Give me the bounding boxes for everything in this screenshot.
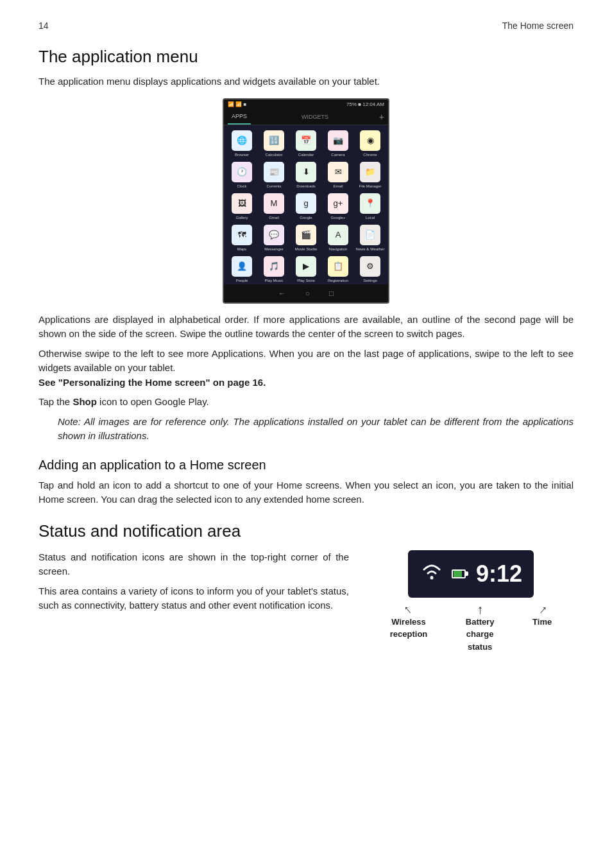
app-label: File Manager xyxy=(359,184,381,189)
app-icon: ✉ xyxy=(328,162,348,182)
app-label: News & Weather xyxy=(356,247,385,252)
app-label: Settings xyxy=(363,278,377,284)
home-button[interactable]: ○ xyxy=(305,288,310,299)
app-label: Downloads xyxy=(296,184,316,189)
app-label: Local xyxy=(366,215,375,221)
status-section: Status and notification icons are shown … xyxy=(38,550,574,654)
personalizing-link[interactable]: See "Personalizing the Home screen" on p… xyxy=(38,377,266,388)
status-text-col: Status and notification icons are shown … xyxy=(38,550,349,654)
app-icon: 🕐 xyxy=(232,162,252,182)
tablet-tabs: APPS WIDGETS + xyxy=(224,110,388,126)
section1-para2: Applications are displayed in alphabetic… xyxy=(38,313,574,342)
status-para2: This area contains a variety of icons to… xyxy=(38,584,349,613)
tab-apps[interactable]: APPS xyxy=(228,110,251,125)
tablet-status-bar: 📶 📶 ■ 75% ■ 12:04 AM xyxy=(224,100,388,110)
app-label: Google+ xyxy=(331,215,346,221)
tablet-app-item[interactable]: 🔢 Calculator xyxy=(259,129,289,159)
tablet-app-item[interactable]: 📄 News & Weather xyxy=(355,223,386,254)
tablet-app-item[interactable]: M Gmail xyxy=(259,192,289,222)
app-icon: 🖼 xyxy=(232,193,252,214)
status-para1: Status and notification icons are shown … xyxy=(38,550,349,579)
tablet-app-item[interactable]: A Navigation xyxy=(323,223,353,254)
tap-shop-para: Tap the Shop icon to open Google Play. xyxy=(38,395,574,410)
tablet-app-item[interactable]: ◉ Chrome xyxy=(355,129,386,159)
app-icon: ◉ xyxy=(360,130,380,151)
app-label: Calendar xyxy=(298,152,314,158)
tablet-app-item[interactable]: 🎬 Movie Studio xyxy=(291,223,321,254)
page-header: 14 The Home screen xyxy=(38,19,574,33)
tablet-app-item[interactable]: 📍 Local xyxy=(355,192,386,222)
app-icon: 📄 xyxy=(360,225,380,245)
app-label: Registration xyxy=(328,278,348,284)
time-label-col: ↑ Time xyxy=(532,603,552,654)
section2-title: Adding an application to a Home screen xyxy=(38,455,574,474)
app-label: Currents xyxy=(266,184,281,189)
tablet-app-item[interactable]: g+ Google+ xyxy=(323,192,353,222)
tablet-screen: 📶 📶 ■ 75% ■ 12:04 AM APPS WIDGETS + 🌐 Br… xyxy=(223,98,389,304)
tablet-app-item[interactable]: 🎵 Play Music xyxy=(259,255,289,284)
app-icon: 💬 xyxy=(264,225,284,245)
page-title: The Home screen xyxy=(502,19,574,33)
tablet-bottom-bar: ← ○ □ xyxy=(224,284,388,302)
app-icon: 📅 xyxy=(296,130,316,151)
app-icon: M xyxy=(264,193,284,214)
tablet-app-item[interactable]: 🕐 Clock xyxy=(226,161,257,191)
battery-icon xyxy=(452,569,468,578)
app-label: Calculator xyxy=(265,152,282,158)
section1-title: The application menu xyxy=(38,44,574,69)
tablet-app-item[interactable]: 📰 Currents xyxy=(259,161,289,191)
app-icon: 🌐 xyxy=(232,130,252,151)
tablet-app-item[interactable]: ⚙ Settings xyxy=(355,255,386,284)
tablet-app-item[interactable]: ⬇ Downloads xyxy=(291,161,321,191)
section3-title: Status and notification area xyxy=(38,519,574,544)
app-icon: 🎵 xyxy=(264,256,284,277)
app-icon: 👤 xyxy=(232,256,252,277)
status-labels-row: ↑ Wirelessreception ↑ Batterychargestatu… xyxy=(368,603,574,654)
wifi-icon xyxy=(420,559,444,589)
recents-button[interactable]: □ xyxy=(329,288,334,299)
svg-point-0 xyxy=(430,576,433,579)
tablet-screenshot-container: 📶 📶 ■ 75% ■ 12:04 AM APPS WIDGETS + 🌐 Br… xyxy=(38,98,574,304)
app-icon: g+ xyxy=(328,193,348,214)
app-label: Play Store xyxy=(297,278,315,284)
app-icon: 🗺 xyxy=(232,225,252,245)
tablet-app-item[interactable]: ✉ Email xyxy=(323,161,353,191)
app-icon: 📰 xyxy=(264,162,284,182)
tab-widgets[interactable]: WIDGETS xyxy=(298,110,332,125)
app-label: Clock xyxy=(237,184,246,189)
tablet-app-item[interactable]: ▶ Play Store xyxy=(291,255,321,284)
tablet-app-item[interactable]: g Google xyxy=(291,192,321,222)
tablet-app-item[interactable]: 👤 People xyxy=(226,255,257,284)
app-icon: 📍 xyxy=(360,193,380,214)
status-bar-image: 9:12 xyxy=(408,550,534,598)
tablet-status-right: 75% ■ 12:04 AM xyxy=(346,101,384,108)
tablet-app-item[interactable]: 🗺 Maps xyxy=(226,223,257,254)
app-label: People xyxy=(236,278,248,284)
app-label: Messenger xyxy=(264,247,284,252)
app-icon: g xyxy=(296,193,316,214)
tablet-apps-grid: 🌐 Browser 🔢 Calculator 📅 Calendar 📷 Came… xyxy=(224,125,388,284)
app-label: Browser xyxy=(235,152,249,158)
section2-para: Tap and hold an icon to add a shortcut t… xyxy=(38,478,574,507)
tablet-app-item[interactable]: 📋 Registration xyxy=(323,255,353,284)
tablet-app-item[interactable]: 📷 Camera xyxy=(323,129,353,159)
app-icon: ⬇ xyxy=(296,162,316,182)
section1-para3: Otherwise swipe to the left to see more … xyxy=(38,347,574,390)
tablet-app-item[interactable]: 📅 Calendar xyxy=(291,129,321,159)
app-label: Email xyxy=(333,184,343,189)
tablet-add-icon: + xyxy=(379,110,384,124)
app-icon: A xyxy=(328,225,348,245)
back-button[interactable]: ← xyxy=(278,288,286,299)
tablet-app-item[interactable]: 💬 Messenger xyxy=(259,223,289,254)
shop-label: Shop xyxy=(72,396,97,407)
tablet-app-item[interactable]: 🌐 Browser xyxy=(226,129,257,159)
app-icon: 📷 xyxy=(328,130,348,151)
note-text: Note: All images are for reference only.… xyxy=(58,415,574,444)
status-image-col: 9:12 ↑ Wirelessreception ↑ Batterycharge… xyxy=(368,550,574,654)
tablet-app-item[interactable]: 🖼 Gallery xyxy=(226,192,257,222)
app-label: Navigation xyxy=(329,247,347,252)
app-label: Gmail xyxy=(269,215,279,221)
app-icon: 📁 xyxy=(360,162,380,182)
battery-label: Batterychargestatus xyxy=(466,617,495,652)
tablet-app-item[interactable]: 📁 File Manager xyxy=(355,161,386,191)
